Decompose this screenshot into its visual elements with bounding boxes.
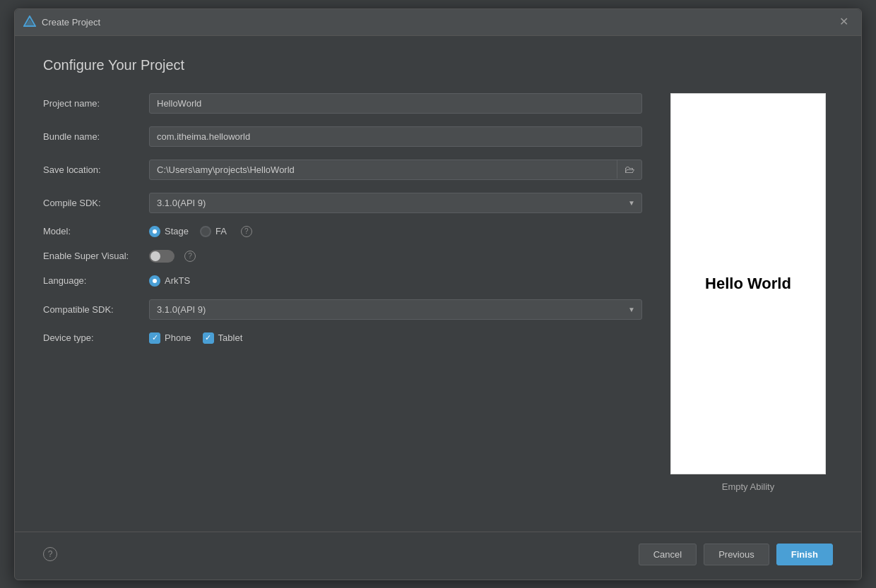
phone-checkbox[interactable]: ✓: [149, 332, 160, 344]
preview-label: Empty Ability: [722, 481, 774, 492]
close-button[interactable]: ✕: [835, 15, 853, 29]
footer: ? Cancel Previous Finish: [15, 532, 861, 580]
device-types-group: ✓ Phone ✓ Tablet: [149, 332, 242, 344]
bundle-name-input[interactable]: [149, 126, 642, 147]
compatible-sdk-row: Compatible SDK: 3.1.0(API 9) 3.0.0(API 8…: [43, 299, 642, 320]
model-stage-radio[interactable]: [149, 226, 160, 237]
app-logo-icon: [23, 16, 36, 28]
enable-super-visual-row: Enable Super Visual: ?: [43, 250, 642, 263]
language-label: Language:: [43, 275, 149, 286]
model-row: Model: Stage FA ?: [43, 226, 642, 237]
phone-checkbox-option[interactable]: ✓ Phone: [149, 332, 191, 344]
enable-super-visual-wrap: ?: [149, 250, 196, 263]
compatible-sdk-label: Compatible SDK:: [43, 304, 149, 315]
bundle-name-row: Bundle name:: [43, 126, 642, 147]
compile-sdk-row: Compile SDK: 3.1.0(API 9) 3.0.0(API 8) 2…: [43, 193, 642, 213]
compile-sdk-select-wrap: 3.1.0(API 9) 3.0.0(API 8) 2.2.0(API 7) ▼: [149, 193, 642, 213]
model-fa-radio[interactable]: [200, 226, 211, 237]
language-arkts-radio[interactable]: [149, 275, 160, 287]
preview-hello-text: Hello World: [705, 275, 791, 293]
project-name-label: Project name:: [43, 98, 149, 109]
browse-folder-button[interactable]: 🗁: [617, 160, 641, 179]
form-section: Project name: Bundle name: Save location…: [43, 93, 642, 517]
save-location-input[interactable]: [150, 160, 617, 179]
tablet-checkbox-option[interactable]: ✓ Tablet: [203, 332, 243, 344]
model-fa-option[interactable]: FA: [200, 226, 227, 237]
project-name-row: Project name:: [43, 93, 642, 114]
bundle-name-label: Bundle name:: [43, 131, 149, 142]
language-arkts-label: ArkTS: [165, 275, 190, 286]
model-help-icon[interactable]: ?: [241, 226, 252, 237]
save-location-wrap: 🗁: [149, 160, 642, 180]
device-type-label: Device type:: [43, 332, 149, 343]
compatible-sdk-select[interactable]: 3.1.0(API 9) 3.0.0(API 8) 2.2.0(API 7): [149, 299, 642, 320]
preview-section: Hello World Empty Ability: [663, 93, 833, 517]
model-stage-label: Stage: [165, 226, 189, 236]
previous-button[interactable]: Previous: [704, 544, 769, 565]
create-project-dialog: Create Project ✕ Configure Your Project …: [14, 8, 862, 580]
cancel-button[interactable]: Cancel: [639, 544, 697, 565]
page-title: Configure Your Project: [43, 57, 833, 73]
compile-sdk-label: Compile SDK:: [43, 198, 149, 208]
save-location-row: Save location: 🗁: [43, 160, 642, 180]
dialog-content: Configure Your Project Project name: Bun…: [15, 36, 861, 532]
tablet-checkbox-label: Tablet: [218, 332, 243, 343]
dialog-title: Create Project: [42, 17, 100, 28]
project-name-input[interactable]: [149, 93, 642, 114]
enable-super-visual-label: Enable Super Visual:: [43, 251, 149, 261]
compatible-sdk-select-wrap: 3.1.0(API 9) 3.0.0(API 8) 2.2.0(API 7) ▼: [149, 299, 642, 320]
model-radio-group: Stage FA ?: [149, 226, 252, 237]
model-label: Model:: [43, 226, 149, 236]
preview-frame: Hello World: [670, 93, 826, 474]
language-option: ArkTS: [149, 275, 190, 287]
device-type-row: Device type: ✓ Phone ✓ Tablet: [43, 332, 642, 344]
phone-checkbox-label: Phone: [165, 332, 191, 343]
title-bar-left: Create Project: [23, 16, 100, 28]
title-bar: Create Project ✕: [15, 9, 861, 36]
language-row: Language: ArkTS: [43, 275, 642, 287]
model-stage-option[interactable]: Stage: [149, 226, 189, 237]
compile-sdk-select[interactable]: 3.1.0(API 9) 3.0.0(API 8) 2.2.0(API 7): [149, 193, 642, 213]
model-fa-label: FA: [215, 226, 227, 236]
save-location-label: Save location:: [43, 164, 149, 175]
footer-help-icon[interactable]: ?: [43, 547, 57, 561]
footer-buttons: Cancel Previous Finish: [639, 544, 833, 565]
main-area: Project name: Bundle name: Save location…: [43, 93, 833, 517]
super-visual-help-icon[interactable]: ?: [184, 251, 196, 262]
finish-button[interactable]: Finish: [776, 544, 833, 565]
super-visual-toggle-thumb: [150, 251, 160, 261]
tablet-checkbox[interactable]: ✓: [203, 332, 214, 344]
super-visual-toggle[interactable]: [149, 250, 174, 263]
